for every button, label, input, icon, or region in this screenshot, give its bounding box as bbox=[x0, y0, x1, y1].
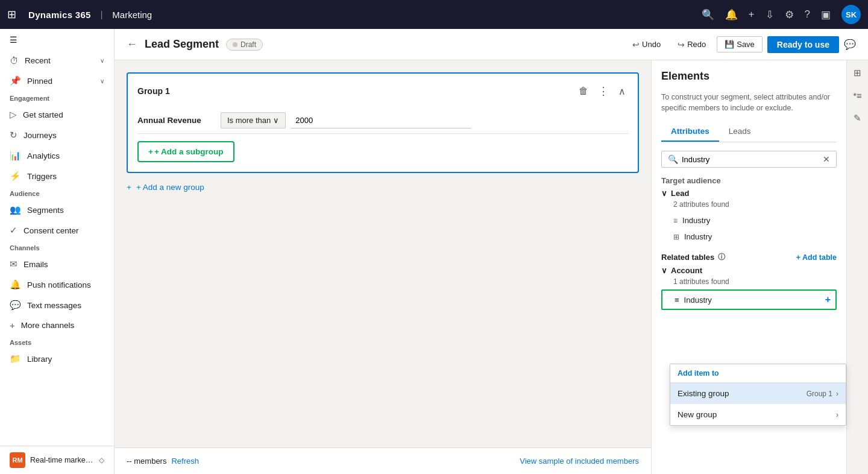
analytics-icon: 📊 bbox=[10, 150, 21, 161]
panel-description: To construct your segment, select attrib… bbox=[661, 92, 837, 113]
trigger-icon: ⚡ bbox=[10, 171, 21, 182]
content-area: ← Lead Segment Draft ↩ Undo ↪ Redo 💾 Sav… bbox=[115, 29, 868, 474]
consent-icon: ✓ bbox=[10, 225, 17, 236]
chevron-down-icon: ∨ bbox=[100, 57, 104, 64]
more-group-button[interactable]: ⋮ bbox=[596, 83, 611, 99]
related-tables-section: Related tables ⓘ + Add table ∨ Account 1… bbox=[661, 252, 837, 310]
panel-toolbar-btn-edit[interactable]: ✎ bbox=[851, 110, 864, 126]
assets-header: Assets bbox=[0, 335, 114, 349]
chevron-right-icon: › bbox=[836, 411, 838, 419]
filter-icon[interactable]: ⇩ bbox=[766, 8, 774, 21]
sidebar-item-push-notifications[interactable]: 🔔 Push notifications bbox=[0, 274, 114, 295]
sidebar-item-pinned[interactable]: 📌 Pinned ∨ bbox=[0, 71, 114, 91]
sidebar-item-emails[interactable]: ✉ Emails bbox=[0, 254, 114, 274]
sidebar-item-triggers[interactable]: ⚡ Triggers bbox=[0, 166, 114, 186]
clear-search-button[interactable]: ✕ bbox=[823, 154, 830, 164]
condition-value-input[interactable] bbox=[291, 113, 471, 128]
module-name: Marketing bbox=[112, 10, 152, 20]
channels-header: Channels bbox=[0, 241, 114, 254]
sidebar-toggle[interactable]: ☰ bbox=[0, 29, 114, 51]
search-input[interactable] bbox=[682, 155, 819, 164]
redo-button[interactable]: ↪ Redo bbox=[671, 36, 712, 53]
workspace-icon: RM bbox=[10, 452, 25, 468]
group-header: Group 1 🗑 ⋮ ∧ bbox=[137, 83, 628, 99]
existing-group-option[interactable]: Existing group Group 1 › bbox=[670, 383, 846, 404]
feedback-icon[interactable]: ▣ bbox=[821, 8, 831, 21]
workspace-switcher[interactable]: RM Real-time marketi... ◇ bbox=[0, 446, 114, 474]
main-split: Group 1 🗑 ⋮ ∧ Annual Revenue Is more bbox=[115, 60, 868, 474]
account-section-toggle[interactable]: ∨ Account bbox=[661, 266, 837, 275]
library-icon: 📁 bbox=[10, 353, 21, 364]
plus-icon: + bbox=[127, 183, 131, 192]
top-nav: ⊞ Dynamics 365 | Marketing 🔍 🔔 + ⇩ ⚙ ? ▣… bbox=[0, 0, 868, 29]
sidebar-item-consent-center[interactable]: ✓ Consent center bbox=[0, 220, 114, 241]
lead-attr-count: 2 attributes found bbox=[673, 200, 837, 209]
tab-attributes[interactable]: Attributes bbox=[661, 122, 719, 142]
condition-attribute: Annual Revenue bbox=[137, 116, 216, 125]
chevron-down-icon: ∨ bbox=[661, 266, 667, 275]
sidebar-item-segments[interactable]: 👥 Segments bbox=[0, 200, 114, 220]
panel-toolbar-btn-list[interactable]: *≡ bbox=[851, 88, 864, 103]
save-button[interactable]: 💾 Save bbox=[717, 36, 763, 52]
sms-icon: 💬 bbox=[10, 300, 21, 311]
search-icon[interactable]: 🔍 bbox=[702, 8, 714, 21]
panel-content: Elements To construct your segment, sele… bbox=[652, 60, 868, 474]
status-label: Draft bbox=[241, 40, 256, 49]
sidebar-item-library[interactable]: 📁 Library bbox=[0, 349, 114, 369]
add-icon[interactable]: + bbox=[749, 8, 755, 21]
push-icon: 🔔 bbox=[10, 279, 21, 290]
condition-row: Annual Revenue Is more than ∨ bbox=[137, 107, 628, 134]
panel-toolbar: ⊞ *≡ ✎ bbox=[846, 60, 868, 474]
add-subgroup-button[interactable]: + + Add a subgroup bbox=[137, 141, 234, 162]
sidebar-item-analytics[interactable]: 📊 Analytics bbox=[0, 145, 114, 166]
group-actions: 🗑 ⋮ ∧ bbox=[576, 83, 628, 99]
avatar[interactable]: SK bbox=[841, 5, 861, 24]
account-section: ∨ Account 1 attributes found ≡ Industry … bbox=[661, 266, 837, 310]
status-badge: Draft bbox=[226, 39, 263, 51]
add-item-dropdown: Add item to Existing group Group 1 › New… bbox=[670, 364, 846, 426]
sidebar-item-text-messages[interactable]: 💬 Text messages bbox=[0, 295, 114, 315]
settings-icon[interactable]: ⚙ bbox=[785, 8, 794, 21]
sidebar-item-journeys[interactable]: ↻ Journeys bbox=[0, 125, 114, 145]
help-icon[interactable]: ? bbox=[805, 8, 810, 21]
ready-to-use-button[interactable]: Ready to use bbox=[767, 36, 839, 53]
email-icon: ✉ bbox=[10, 259, 17, 270]
add-table-link[interactable]: + Add table bbox=[796, 253, 837, 262]
panel-tabs: Attributes Leads bbox=[661, 122, 837, 142]
chevron-down-icon: ∨ bbox=[661, 189, 667, 198]
panel-toolbar-btn-table[interactable]: ⊞ bbox=[851, 65, 864, 81]
chat-icon[interactable]: 💬 bbox=[844, 39, 856, 50]
lead-section-toggle[interactable]: ∨ Lead bbox=[661, 189, 837, 198]
audience-header: Audience bbox=[0, 186, 114, 200]
collapse-group-button[interactable]: ∧ bbox=[616, 84, 628, 98]
view-sample-link[interactable]: View sample of included members bbox=[520, 457, 639, 466]
sidebar-item-more-channels[interactable]: + More channels bbox=[0, 315, 114, 335]
back-button[interactable]: ← bbox=[127, 38, 137, 51]
list-item[interactable]: ≡ Industry bbox=[661, 212, 837, 229]
list-item[interactable]: ⊞ Industry bbox=[661, 229, 837, 245]
right-panel: Elements To construct your segment, sele… bbox=[651, 60, 868, 474]
industry-account-item[interactable]: ≡ Industry + bbox=[661, 289, 837, 310]
list-icon: ≡ bbox=[673, 216, 678, 225]
notification-icon[interactable]: 🔔 bbox=[725, 8, 738, 21]
waffle-icon[interactable]: ⊞ bbox=[7, 8, 16, 21]
plus-icon: + bbox=[148, 147, 153, 156]
delete-group-button[interactable]: 🗑 bbox=[576, 84, 591, 98]
sidebar-item-recent[interactable]: ⏱ Recent ∨ bbox=[0, 51, 114, 71]
related-tables-label: Related tables bbox=[661, 253, 714, 262]
condition-operator-dropdown[interactable]: Is more than ∨ bbox=[221, 112, 286, 128]
sidebar-item-get-started[interactable]: ▷ Get started bbox=[0, 104, 114, 125]
chevron-down-icon: ∨ bbox=[100, 78, 104, 84]
grid-icon: ⊞ bbox=[673, 233, 679, 241]
panel-title: Elements bbox=[661, 70, 837, 83]
add-new-group-button[interactable]: + + Add a new group bbox=[127, 183, 639, 192]
page-header: ← Lead Segment Draft ↩ Undo ↪ Redo 💾 Sav… bbox=[115, 29, 868, 60]
page-title: Lead Segment bbox=[145, 38, 219, 51]
refresh-link[interactable]: Refresh bbox=[171, 457, 199, 466]
new-group-option[interactable]: New group › bbox=[670, 404, 846, 425]
undo-button[interactable]: ↩ Undo bbox=[626, 36, 667, 53]
add-industry-button[interactable]: + bbox=[825, 294, 831, 305]
save-icon: 💾 bbox=[725, 40, 734, 49]
tab-leads[interactable]: Leads bbox=[719, 122, 761, 142]
pin-icon: 📌 bbox=[10, 75, 21, 86]
